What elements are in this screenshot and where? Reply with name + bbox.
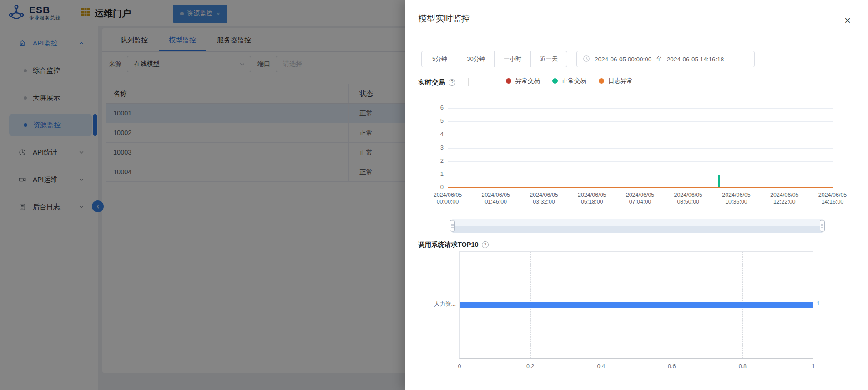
y-axis-tick: 0 xyxy=(405,184,444,191)
gridline xyxy=(448,108,833,109)
y-axis-tick: 5 xyxy=(405,117,444,125)
x-tick-date: 2024/06/05 xyxy=(712,192,762,199)
bar-x-axis-tick: 0.2 xyxy=(517,363,544,370)
gridline xyxy=(448,175,833,175)
x-tick-time: 05:18:00 xyxy=(567,199,617,205)
top10-bar xyxy=(460,302,813,308)
help-icon[interactable]: ? xyxy=(482,241,489,248)
y-axis-tick: 3 xyxy=(405,144,444,151)
datazoom-slider[interactable] xyxy=(452,219,823,233)
top10-chart-title: 调用系统请求TOP10 xyxy=(418,240,479,249)
range-button-0[interactable]: 5分钟 xyxy=(421,51,458,67)
x-axis-tick: 2024/06/0503:32:00 xyxy=(519,192,569,205)
help-icon[interactable]: ? xyxy=(449,79,455,86)
date-range-picker[interactable]: 2024-06-05 00:00:00 至 2024-06-05 14:16:1… xyxy=(576,51,755,67)
x-tick-time: 07:04:00 xyxy=(615,199,665,205)
gridline xyxy=(448,135,833,135)
x-axis-tick: 2024/06/0505:18:00 xyxy=(567,192,617,205)
x-tick-date: 2024/06/05 xyxy=(471,192,521,199)
x-tick-date: 2024/06/05 xyxy=(423,192,473,199)
model-monitor-drawer: 模型实时监控 × 5分钟30分钟一小时近一天 2024-06-05 00:00:… xyxy=(405,0,868,390)
legend-item-异常交易[interactable]: 异常交易 xyxy=(506,77,540,85)
x-tick-time: 12:22:00 xyxy=(759,199,809,205)
y-axis-tick: 1 xyxy=(405,170,444,178)
chart-legend: 异常交易正常交易日志异常 xyxy=(506,77,633,85)
x-tick-date: 2024/06/05 xyxy=(759,192,809,199)
x-axis-tick: 2024/06/0500:00:00 xyxy=(423,192,473,205)
datazoom-left-handle[interactable] xyxy=(450,220,455,232)
x-tick-date: 2024/06/05 xyxy=(567,192,617,199)
gridline xyxy=(448,121,833,122)
bar-x-axis-tick: 0.8 xyxy=(729,363,756,370)
screen: ESB 企业服务总线 运维门户 资源监控 × xyxy=(0,0,868,390)
legend-label: 异常交易 xyxy=(515,77,540,85)
realtime-chart-header: 实时交易 ? 异常交易正常交易日志异常 xyxy=(418,76,868,88)
bar-plot-area xyxy=(459,251,813,359)
y-axis-tick: 4 xyxy=(405,130,444,138)
x-tick-date: 2024/06/05 xyxy=(663,192,713,199)
realtime-chart-title: 实时交易 xyxy=(418,78,445,87)
legend-label: 正常交易 xyxy=(562,77,586,85)
realtime-line-chart[interactable]: 6543210 2024/06/0500:00:002024/06/0501:4… xyxy=(405,102,868,215)
time-range-button-group: 5分钟30分钟一小时近一天 xyxy=(421,51,567,67)
legend-item-日志异常[interactable]: 日志异常 xyxy=(599,77,633,85)
y-axis-tick: 2 xyxy=(405,157,444,165)
date-range-separator: 至 xyxy=(656,55,662,63)
header-divider xyxy=(468,78,469,86)
x-axis-tick: 2024/06/0514:16:00 xyxy=(807,192,858,205)
gridline xyxy=(448,161,833,162)
legend-dot-icon xyxy=(506,78,511,84)
top10-bar-chart[interactable]: 人力资... 1 00.20.40.60.81 xyxy=(405,250,868,382)
bar-x-axis-tick: 0 xyxy=(446,363,473,370)
range-button-3[interactable]: 近一天 xyxy=(530,51,567,67)
x-axis-tick: 2024/06/0507:04:00 xyxy=(615,192,665,205)
x-tick-date: 2024/06/05 xyxy=(807,192,858,199)
top10-chart-header: 调用系统请求TOP10 ? xyxy=(418,240,489,250)
date-range-end: 2024-06-05 14:16:18 xyxy=(667,56,724,63)
x-axis-tick: 2024/06/0512:22:00 xyxy=(759,192,809,205)
x-tick-time: 08:50:00 xyxy=(663,199,713,205)
bar-x-axis-tick: 1 xyxy=(800,363,827,370)
x-axis-tick: 2024/06/0510:36:00 xyxy=(712,192,762,205)
bar-x-axis-tick: 0.4 xyxy=(587,363,615,370)
x-tick-time: 03:32:00 xyxy=(519,199,569,205)
normal-transaction-spike xyxy=(718,175,720,187)
x-tick-time: 00:00:00 xyxy=(423,199,473,205)
x-tick-time: 14:16:00 xyxy=(807,199,858,205)
x-axis-tick: 2024/06/0501:46:00 xyxy=(471,192,521,205)
modal-overlay[interactable] xyxy=(0,0,405,390)
clock-icon xyxy=(583,55,590,64)
legend-dot-icon xyxy=(552,78,558,84)
x-tick-time: 10:36:00 xyxy=(712,199,762,205)
bar-category-label: 人力资... xyxy=(413,300,456,308)
bar-x-axis-tick: 0.6 xyxy=(658,363,686,370)
x-tick-date: 2024/06/05 xyxy=(519,192,569,199)
legend-label: 日志异常 xyxy=(608,77,633,85)
bar-value-label: 1 xyxy=(817,300,820,307)
close-icon[interactable]: × xyxy=(841,14,854,27)
date-range-start: 2024-06-05 00:00:00 xyxy=(595,56,651,63)
y-axis-tick: 6 xyxy=(405,104,444,111)
datazoom-right-handle[interactable] xyxy=(820,220,825,232)
legend-dot-icon xyxy=(599,78,604,84)
x-tick-date: 2024/06/05 xyxy=(615,192,665,199)
range-button-1[interactable]: 30分钟 xyxy=(458,51,495,67)
log-anomaly-series-line xyxy=(448,187,833,188)
range-button-2[interactable]: 一小时 xyxy=(494,51,531,67)
drawer-title: 模型实时监控 xyxy=(418,13,470,25)
x-axis-tick: 2024/06/0508:50:00 xyxy=(663,192,713,205)
legend-item-正常交易[interactable]: 正常交易 xyxy=(552,77,586,85)
gridline xyxy=(448,148,833,149)
x-tick-time: 01:46:00 xyxy=(471,199,521,205)
